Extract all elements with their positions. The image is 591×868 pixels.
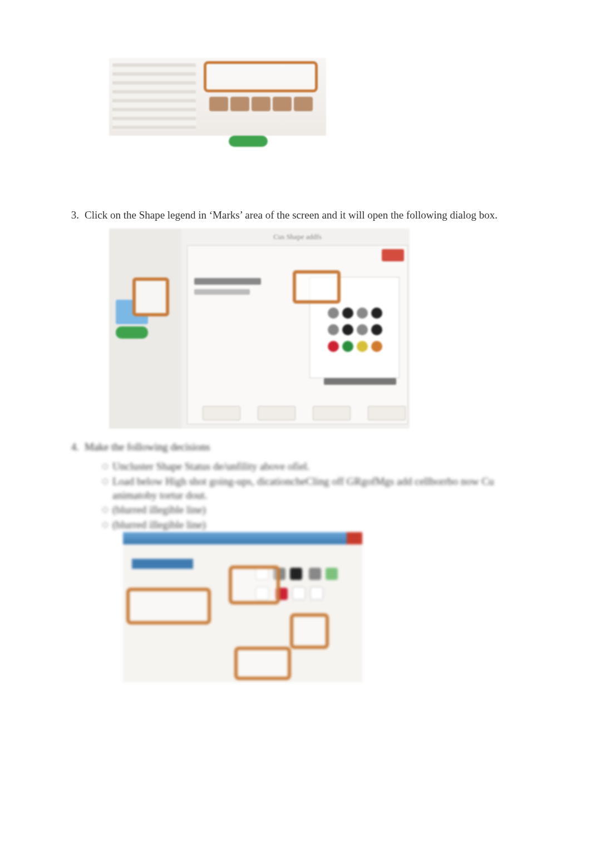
figure-3: [67, 532, 524, 682]
annotation-highlight-pages: [204, 61, 318, 92]
bullet-icon: [102, 479, 108, 484]
annotation-highlight-marks-shape: [132, 277, 169, 316]
annotation-highlight-3: [290, 613, 329, 649]
step-4-number: 4.: [67, 440, 79, 455]
green-pill: [229, 136, 268, 147]
annotation-highlight-palette-dropdown: [293, 270, 341, 304]
sub-item: (blurred illegible line): [102, 503, 524, 517]
annotation-highlight-4: [234, 647, 291, 680]
shape-swatches: [326, 306, 393, 356]
close-icon[interactable]: [347, 532, 362, 544]
dialog-button-1[interactable]: [203, 406, 240, 420]
sub-item: (blurred illegible line): [102, 518, 524, 532]
screenshot-marks-panel: [109, 58, 326, 136]
dialog-left-label: [194, 278, 261, 285]
dialog-title: Cus Shape addfs: [188, 232, 407, 241]
bullet-icon: [102, 522, 108, 528]
annotation-highlight-2: [229, 566, 280, 604]
sub-item: Uncluster Shape Status de/unfility above…: [102, 460, 524, 474]
screenshot-shape-dialog-annotated: [123, 532, 362, 682]
edit-shape-dialog: Cus Shape addfs: [187, 245, 408, 424]
selected-data-item[interactable]: [132, 559, 193, 569]
step-3-text: Click on the Shape legend in ‘Marks’ are…: [85, 208, 524, 223]
step-3: 3. Click on the Shape legend in ‘Marks’ …: [67, 208, 524, 223]
pill-row: [208, 96, 319, 129]
left-green-pill: [116, 326, 148, 339]
dialog-left-sublabel: [194, 289, 250, 295]
figure-2: Cus Shape addfs: [67, 229, 524, 429]
dialog-button-row: [188, 406, 421, 420]
figure-1: [67, 58, 524, 136]
dialog-button-2[interactable]: [258, 406, 296, 420]
step-3-number: 3.: [67, 208, 79, 223]
dialog-titlebar: [123, 532, 362, 544]
dialog-bottom-label: [324, 378, 396, 385]
blurred-sidebar: [112, 63, 196, 130]
bullet-icon: [102, 507, 108, 513]
close-icon[interactable]: [382, 249, 404, 261]
document-page: 3. Click on the Shape legend in ‘Marks’ …: [0, 0, 591, 738]
bullet-icon: [102, 464, 108, 469]
step-4-sublist: Uncluster Shape Status de/unfility above…: [102, 460, 524, 532]
sub-item: Load below High shot going-ups, dication…: [102, 475, 524, 502]
annotation-highlight-1: [126, 588, 211, 624]
screenshot-shape-dialog: Cus Shape addfs: [109, 229, 410, 429]
step-4: 4. Make the following decisions Uncluste…: [67, 440, 524, 532]
step-4-text: Make the following decisions: [85, 440, 524, 455]
dialog-button-4[interactable]: [368, 406, 406, 420]
dialog-button-3[interactable]: [313, 406, 351, 420]
